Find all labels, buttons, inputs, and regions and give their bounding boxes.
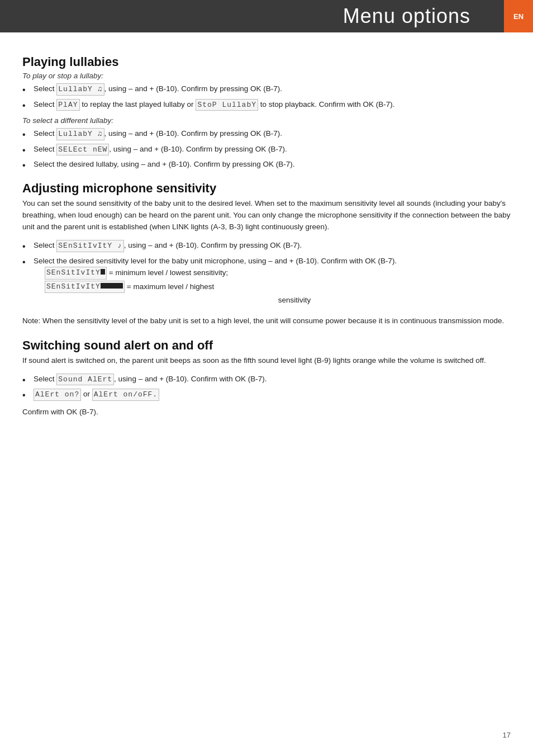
- list-item: Select the desired lullaby, using – and …: [22, 159, 511, 170]
- bullet-list-sensitivity: Select SEnSitIvItY ♪, using – and + (B-1…: [22, 240, 511, 306]
- lcd-lullaby-1: LullabY ♫: [56, 83, 104, 96]
- list-item: Select SELEct nEW, using – and + (B-10).…: [22, 144, 511, 156]
- list-item: Select PlAY to replay the last played lu…: [22, 99, 511, 111]
- sound-alert-intro: If sound alert is switched on, the paren…: [22, 355, 511, 367]
- bullet-list-play-stop: Select LullabY ♫, using – and + (B-10). …: [22, 83, 511, 111]
- sensitivity-max: SEnSitIvItY = maximum level / highest: [45, 281, 511, 294]
- sublabel-select-different: To select a different lullaby:: [22, 116, 511, 125]
- header-bar: Menu options EN: [0, 0, 533, 32]
- bullet-list-sound-alert: Select Sound AlErt, using – and + (B-10)…: [22, 374, 511, 401]
- lcd-stop-lullaby: StoP LullabY: [196, 99, 258, 111]
- lcd-alert-onoff: AlErt on/oFF.: [92, 389, 159, 401]
- lcd-lullaby-2: LullabY ♫: [56, 128, 104, 140]
- list-item: Select LullabY ♫, using – and + (B-10). …: [22, 83, 511, 96]
- lcd-sound-alert: Sound AlErt: [56, 374, 114, 386]
- page-title: Menu options: [343, 4, 470, 28]
- sensitivity-min: SEnSitIvItY = minimum level / lowest sen…: [45, 267, 511, 280]
- sublabel-play-stop: To play or stop a lullaby:: [22, 72, 511, 80]
- page-number: 17: [503, 731, 511, 739]
- list-item: Select SEnSitIvItY ♪, using – and + (B-1…: [22, 240, 511, 252]
- lcd-alert-on: AlErt on?: [34, 389, 81, 401]
- sensitivity-note: Note: When the sensitivity level of the …: [22, 315, 511, 327]
- lcd-sensitivity-1: SEnSitIvItY ♪: [56, 240, 123, 252]
- section-title-lullabies: Playing lullabies: [22, 55, 511, 69]
- list-item: Select Sound AlErt, using – and + (B-10)…: [22, 374, 511, 386]
- lcd-select-new: SELEct nEW: [56, 144, 109, 156]
- lcd-play: PlAY: [56, 99, 79, 111]
- section-microphone: Adjusting microphone sensitivity You can…: [22, 181, 511, 327]
- confirm-label: Confirm with OK (B-7).: [22, 407, 511, 418]
- lang-badge: EN: [504, 0, 533, 32]
- sensitivity-max-cont: sensitivity: [78, 294, 511, 306]
- lcd-sensitivity-min: SEnSitIvItY: [45, 267, 107, 280]
- main-content: Playing lullabies To play or stop a lull…: [0, 32, 533, 447]
- sensitivity-min-label: = minimum level / lowest sensitivity;: [109, 267, 228, 279]
- section-title-sound-alert: Switching sound alert on and off: [22, 338, 511, 353]
- microphone-intro: You can set the sound sensitivity of the…: [22, 198, 511, 233]
- sensitivity-levels: SEnSitIvItY = minimum level / lowest sen…: [45, 267, 511, 306]
- sensitivity-max-label: = maximum level / highest: [127, 281, 214, 293]
- section-playing-lullabies: Playing lullabies To play or stop a lull…: [22, 55, 511, 170]
- list-item: AlErt on? or AlErt on/oFF.: [22, 389, 511, 401]
- list-item: Select the desired sensitivity level for…: [22, 256, 511, 306]
- bullet-list-select-lullaby: Select LullabY ♫, using – and + (B-10). …: [22, 128, 511, 170]
- list-item: Select LullabY ♫, using – and + (B-10). …: [22, 128, 511, 140]
- section-sound-alert: Switching sound alert on and off If soun…: [22, 338, 511, 418]
- section-title-microphone: Adjusting microphone sensitivity: [22, 181, 511, 196]
- lcd-sensitivity-max: SEnSitIvItY: [45, 281, 125, 294]
